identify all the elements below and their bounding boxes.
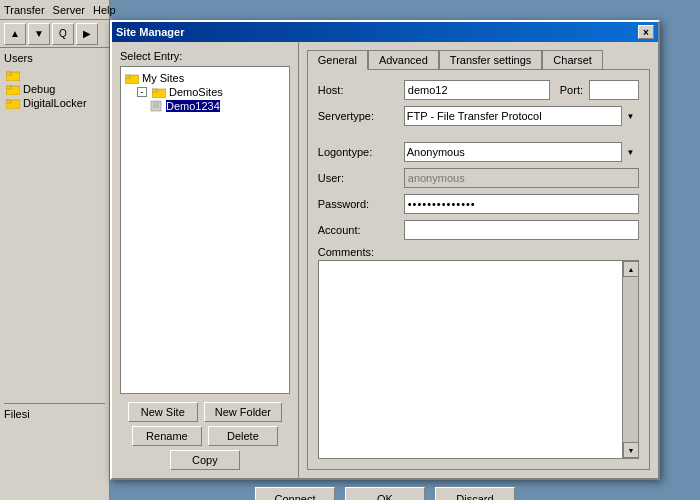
comments-scrollbar: ▲ ▼ [622, 261, 638, 458]
account-row: Account: [318, 220, 639, 240]
new-folder-button[interactable]: New Folder [204, 402, 282, 422]
scroll-down-button[interactable]: ▼ [623, 442, 639, 458]
connect-button[interactable]: Connect [255, 487, 335, 500]
svg-rect-1 [6, 72, 11, 75]
account-input[interactable] [404, 220, 639, 240]
toolbar: ▲ ▼ Q ▶ [0, 20, 109, 48]
ok-button[interactable]: OK [345, 487, 425, 500]
host-input[interactable] [404, 80, 550, 100]
password-input[interactable] [404, 194, 639, 214]
bg-item-digitallocker[interactable]: DigitalLocker [4, 96, 105, 110]
tab-charset[interactable]: Charset [542, 50, 603, 69]
tab-advanced[interactable]: Advanced [368, 50, 439, 69]
toolbar-btn-2[interactable]: ▼ [28, 23, 50, 45]
spacer [318, 132, 639, 136]
expand-icon[interactable]: - [137, 87, 147, 97]
tree-item-demosites[interactable]: - DemoSites [125, 85, 285, 99]
select-entry-label: Select Entry: [120, 50, 290, 62]
scroll-track [623, 277, 638, 442]
tab-general[interactable]: General [307, 50, 368, 70]
left-panel: Select Entry: My Sites - DemoSites Demo1… [112, 42, 299, 478]
svg-rect-5 [6, 100, 11, 103]
comments-label: Comments: [318, 246, 639, 258]
svg-rect-10 [151, 101, 161, 111]
new-buttons-row: New Site New Folder [120, 402, 290, 422]
copy-row: Copy [120, 450, 290, 470]
bg-item-cursors[interactable] [4, 68, 105, 82]
servertype-label: Servertype: [318, 110, 398, 122]
comments-text[interactable] [319, 261, 622, 458]
bg-user-label: Users [0, 48, 109, 68]
svg-rect-9 [152, 89, 157, 92]
folder-open-icon [152, 86, 166, 98]
new-site-button[interactable]: New Site [128, 402, 198, 422]
tree-item-mysites[interactable]: My Sites [125, 71, 285, 85]
menu-transfer[interactable]: Transfer [4, 4, 45, 16]
menu-server[interactable]: Server [53, 4, 85, 16]
host-label: Host: [318, 84, 398, 96]
port-input[interactable] [589, 80, 639, 100]
site-icon [149, 100, 163, 112]
tree-area: My Sites - DemoSites Demo1234 [120, 66, 290, 394]
delete-button[interactable]: Delete [208, 426, 278, 446]
servertype-row: Servertype: FTP - File Transfer Protocol… [318, 106, 639, 126]
comments-wrapper: Comments: ▲ ▼ [318, 246, 639, 459]
tab-transfer-settings[interactable]: Transfer settings [439, 50, 543, 69]
dialog-titlebar: Site Manager × [112, 22, 658, 42]
toolbar-btn-1[interactable]: ▲ [4, 23, 26, 45]
bg-tree-area: Debug DigitalLocker [4, 68, 105, 360]
user-label: User: [318, 172, 398, 184]
tree-item-demo1234[interactable]: Demo1234 [125, 99, 285, 113]
background-left-panel: Transfer Server Help ▲ ▼ Q ▶ Users Debug… [0, 0, 110, 500]
svg-rect-3 [6, 86, 11, 89]
user-input[interactable] [404, 168, 639, 188]
svg-rect-7 [125, 75, 130, 78]
menubar: Transfer Server Help [0, 0, 109, 20]
site-manager-dialog: Site Manager × Select Entry: My Sites - … [110, 20, 660, 480]
logontype-row: Logontype: Anonymous ▼ [318, 142, 639, 162]
dialog-body: Select Entry: My Sites - DemoSites Demo1… [112, 42, 658, 478]
menu-help[interactable]: Help [93, 4, 116, 16]
dialog-footer: Connect OK Discard [112, 478, 658, 500]
close-button[interactable]: × [638, 25, 654, 39]
servertype-select-wrapper: FTP - File Transfer Protocol ▼ [404, 106, 639, 126]
tab-bar: General Advanced Transfer settings Chars… [307, 50, 650, 69]
scroll-up-button[interactable]: ▲ [623, 261, 639, 277]
copy-button[interactable]: Copy [170, 450, 240, 470]
toolbar-btn-4[interactable]: ▶ [76, 23, 98, 45]
bg-item-debug[interactable]: Debug [4, 82, 105, 96]
folder-icon [125, 72, 139, 84]
dialog-title: Site Manager [116, 26, 184, 38]
edit-buttons-row: Rename Delete [120, 426, 290, 446]
right-panel: General Advanced Transfer settings Chars… [299, 42, 658, 478]
user-row: User: [318, 168, 639, 188]
account-label: Account: [318, 224, 398, 236]
discard-button[interactable]: Discard [435, 487, 515, 500]
host-row: Host: Port: [318, 80, 639, 100]
bg-file-info: Filesi [4, 403, 105, 420]
logontype-label: Logontype: [318, 146, 398, 158]
toolbar-btn-3[interactable]: Q [52, 23, 74, 45]
logontype-select-wrapper: Anonymous ▼ [404, 142, 639, 162]
servertype-select[interactable]: FTP - File Transfer Protocol [404, 106, 639, 126]
password-row: Password: [318, 194, 639, 214]
port-label: Port: [560, 84, 583, 96]
rename-button[interactable]: Rename [132, 426, 202, 446]
tab-content-general: Host: Port: Servertype: FTP - File Trans… [307, 69, 650, 470]
password-label: Password: [318, 198, 398, 210]
comments-area: ▲ ▼ [318, 260, 639, 459]
logontype-select[interactable]: Anonymous [404, 142, 639, 162]
